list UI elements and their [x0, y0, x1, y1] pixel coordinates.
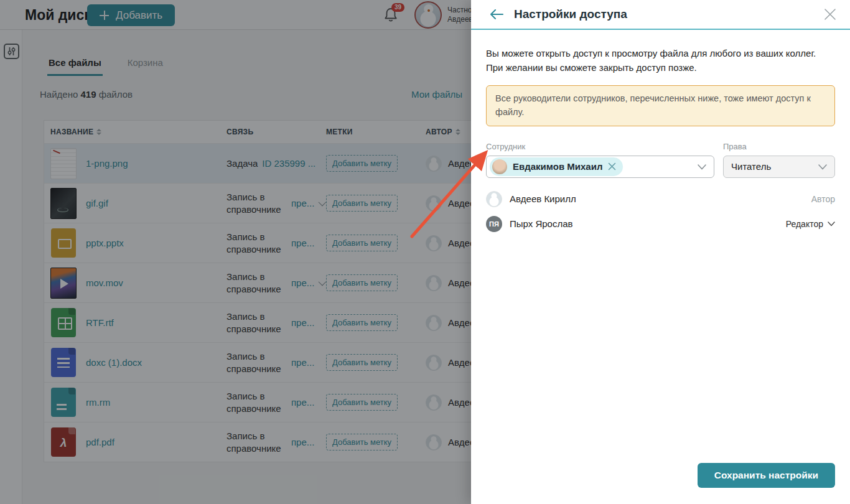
employee-label: Сотрудник [486, 142, 714, 151]
app-root: Мой диск Добавить 39 Частно Авдеев [0, 0, 850, 504]
members-list: Авдеев Кирилл Автор ПЯ Пырх Ярослав Реда… [486, 187, 835, 236]
rights-label: Права [723, 142, 835, 151]
access-settings-panel: Настройки доступа Вы можете открыть дост… [471, 0, 850, 504]
employee-field-group: Сотрудник Евдакимов Михаил [486, 142, 714, 178]
arrow-left-icon [490, 9, 503, 19]
chip-name: Евдакимов Михаил [513, 161, 602, 172]
back-button[interactable] [490, 9, 503, 19]
close-button[interactable] [824, 8, 836, 21]
member-avatar-initials: ПЯ [486, 216, 502, 232]
member-name: Пырх Ярослав [510, 218, 572, 229]
save-settings-button[interactable]: Сохранить настройки [698, 463, 835, 488]
rights-field-group: Права Читатель [723, 142, 835, 178]
remove-chip-icon[interactable] [608, 162, 616, 170]
employee-chip[interactable]: Евдакимов Михаил [490, 157, 623, 176]
chevron-down-icon [818, 161, 827, 172]
panel-body: Вы можете открыть доступ к просмотру фай… [471, 30, 850, 236]
chevron-down-icon[interactable] [698, 161, 706, 172]
panel-title: Настройки доступа [514, 7, 627, 21]
modal-overlay[interactable] [0, 0, 471, 504]
chip-avatar [492, 159, 507, 174]
close-icon [824, 8, 836, 21]
chevron-down-icon [828, 222, 835, 226]
employee-input[interactable]: Евдакимов Михаил [486, 156, 714, 178]
member-row: ПЯ Пырх Ярослав Редактор [486, 212, 835, 236]
panel-description: Вы можете открыть доступ к просмотру фай… [486, 47, 835, 75]
member-avatar [486, 191, 502, 207]
member-row: Авдеев Кирилл Автор [486, 187, 835, 212]
member-role[interactable]: Редактор [786, 219, 835, 229]
share-form: Сотрудник Евдакимов Михаил [486, 142, 835, 178]
notice-box: Все руководители сотрудников, перечислен… [486, 85, 835, 126]
panel-header: Настройки доступа [471, 0, 850, 30]
rights-select[interactable]: Читатель [723, 156, 835, 178]
member-role: Автор [811, 194, 835, 204]
rights-value: Читатель [731, 161, 771, 172]
member-name: Авдеев Кирилл [510, 194, 576, 204]
